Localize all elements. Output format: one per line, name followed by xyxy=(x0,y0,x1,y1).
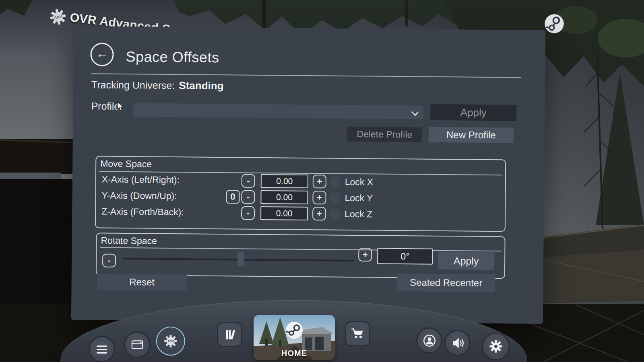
reset-button[interactable]: Reset xyxy=(97,274,187,290)
new-profile-button[interactable]: New Profile xyxy=(429,127,514,143)
y-axis-label: Y-Axis (Down/Up): xyxy=(101,190,177,202)
tracking-universe-value: Standing xyxy=(179,79,223,92)
lock-x-label: Lock X xyxy=(345,177,374,188)
library-button[interactable] xyxy=(217,322,242,347)
lock-z-checkbox[interactable] xyxy=(330,209,340,218)
delete-profile-button[interactable]: Delete Profile xyxy=(347,127,422,142)
rotate-space-group: Rotate Space - + 0° Apply xyxy=(96,232,506,279)
steam-home-button[interactable]: HOME xyxy=(254,315,335,360)
y-offset-value[interactable]: 0.00 xyxy=(260,190,308,204)
lock-x-checkbox[interactable] xyxy=(331,177,340,186)
svg-text:ADV: ADV xyxy=(167,339,174,343)
account-button[interactable] xyxy=(416,327,442,354)
rotate-space-title: Rotate Space xyxy=(101,235,157,247)
y-axis-row: Y-Axis (Down/Up): 0 - 0.00 + Lock Y xyxy=(96,189,505,206)
adv-settings-icon: ADV xyxy=(157,327,184,355)
x-increase-button[interactable]: + xyxy=(313,175,326,188)
z-offset-value[interactable]: 0.00 xyxy=(260,206,308,220)
profile-dropdown[interactable] xyxy=(133,103,423,119)
menu-icon xyxy=(90,337,114,361)
rotate-apply-button[interactable]: Apply xyxy=(438,252,494,270)
home-label: HOME xyxy=(254,349,335,358)
x-decrease-button[interactable]: - xyxy=(242,174,255,188)
x-offset-value[interactable]: 0.00 xyxy=(261,174,308,188)
tracking-universe-line: Tracking Universe:Standing xyxy=(91,78,224,92)
z-axis-row: Z-Axis (Forth/Back): - 0.00 + Lock Z xyxy=(96,205,505,222)
store-button[interactable] xyxy=(345,321,370,346)
account-icon xyxy=(417,329,441,352)
store-cart-icon xyxy=(346,322,369,345)
adv-gear-logo-icon: ADV xyxy=(48,7,68,27)
back-button[interactable]: ← xyxy=(90,43,114,66)
tracking-universe-label: Tracking Universe: xyxy=(91,79,175,91)
y-increase-button[interactable]: + xyxy=(312,191,326,204)
z-decrease-button[interactable]: - xyxy=(241,206,255,220)
divider xyxy=(100,247,501,251)
rotate-increase-button[interactable]: + xyxy=(358,248,372,261)
desktop-view-button[interactable] xyxy=(124,331,151,358)
profile-apply-button[interactable]: Apply xyxy=(430,104,516,121)
settings-button[interactable] xyxy=(482,332,510,360)
lock-y-checkbox[interactable] xyxy=(330,193,340,202)
mouse-cursor xyxy=(117,101,126,112)
settings-gear-icon xyxy=(483,333,509,359)
y-decrease-button[interactable]: - xyxy=(241,190,255,204)
z-increase-button[interactable]: + xyxy=(312,207,326,220)
rotate-decrease-button[interactable]: - xyxy=(102,254,116,267)
desktop-window-icon xyxy=(125,333,149,357)
rotation-slider-handle[interactable] xyxy=(237,251,244,266)
adv-settings-dashboard-button[interactable]: ADV xyxy=(156,327,185,356)
chevron-down-icon xyxy=(411,109,418,116)
page-title: Space Offsets xyxy=(126,48,219,66)
volume-button[interactable] xyxy=(444,330,471,356)
space-offsets-panel: ← Space Offsets Tracking Universe:Standi… xyxy=(71,26,545,324)
y-zero-button[interactable]: 0 xyxy=(226,190,239,204)
divider xyxy=(91,73,521,78)
x-axis-row: X-Axis (Left/Right): - 0.00 + Lock X xyxy=(96,173,505,190)
volume-icon xyxy=(446,331,469,355)
rotation-value[interactable]: 0° xyxy=(377,248,433,265)
menu-button[interactable] xyxy=(89,336,115,362)
z-axis-label: Z-Axis (Forth/Back): xyxy=(101,206,184,218)
x-axis-label: X-Axis (Left/Right): xyxy=(102,174,180,186)
library-icon xyxy=(218,323,241,346)
lock-z-label: Lock Z xyxy=(345,209,372,220)
lock-y-label: Lock Y xyxy=(345,193,373,204)
move-space-group: Move Space X-Axis (Left/Right): - 0.00 +… xyxy=(95,156,506,232)
seated-recenter-button[interactable]: Seated Recenter xyxy=(396,274,495,292)
move-space-title: Move Space xyxy=(100,158,152,169)
